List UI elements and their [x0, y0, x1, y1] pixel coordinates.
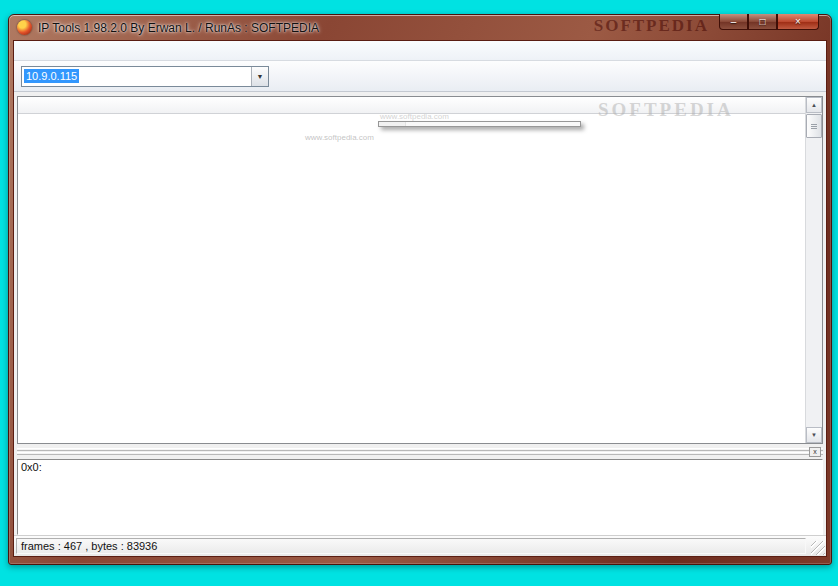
resize-grip[interactable] — [811, 541, 825, 555]
interface-combobox[interactable]: 10.9.0.115 ▼ — [21, 66, 269, 87]
status-bar: frames : 467 , bytes : 83936 — [14, 535, 826, 556]
packet-rows — [18, 114, 822, 443]
window-controls: – □ × — [719, 14, 819, 30]
close-button[interactable]: × — [777, 14, 819, 30]
interface-value: 10.9.0.115 — [24, 69, 79, 83]
window-title: IP Tools 1.98.2.0 By Erwan L. / RunAs : … — [38, 21, 319, 35]
context-menu — [378, 121, 581, 127]
app-window: IP Tools 1.98.2.0 By Erwan L. / RunAs : … — [8, 14, 832, 565]
scrollbar-thumb[interactable] — [806, 114, 822, 138]
splitter-bar-2[interactable] — [17, 452, 823, 455]
toolbar: 10.9.0.115 ▼ — [14, 61, 826, 92]
maximize-button[interactable]: □ — [748, 14, 777, 30]
title-bar[interactable]: IP Tools 1.98.2.0 By Erwan L. / RunAs : … — [13, 15, 827, 40]
splitter-close-icon[interactable]: x — [809, 447, 821, 457]
scroll-up-icon[interactable]: ▲ — [806, 97, 822, 113]
splitter-bar[interactable] — [17, 448, 823, 451]
app-icon — [17, 20, 32, 35]
combobox-dropdown-button[interactable]: ▼ — [251, 67, 268, 86]
packet-list: ▲ ▼ — [17, 96, 823, 444]
softpedia-watermark-title: SOFTPEDIA — [594, 16, 709, 36]
scroll-down-icon[interactable]: ▼ — [806, 427, 822, 443]
status-panel: frames : 467 , bytes : 83936 — [16, 538, 806, 554]
minimize-button[interactable]: – — [719, 14, 748, 30]
splitter[interactable]: x — [17, 447, 823, 457]
window-body: 10.9.0.115 ▼ ▲ ▼ x 0x0: frames : 467 , b — [13, 40, 827, 557]
hex-view[interactable]: 0x0: — [17, 459, 823, 535]
menu-bar — [14, 41, 826, 61]
hex-offset-label: 0x0: — [21, 461, 819, 473]
status-text: frames : 467 , bytes : 83936 — [21, 540, 157, 552]
packet-list-header — [18, 97, 822, 114]
vertical-scrollbar[interactable]: ▲ ▼ — [805, 97, 822, 443]
